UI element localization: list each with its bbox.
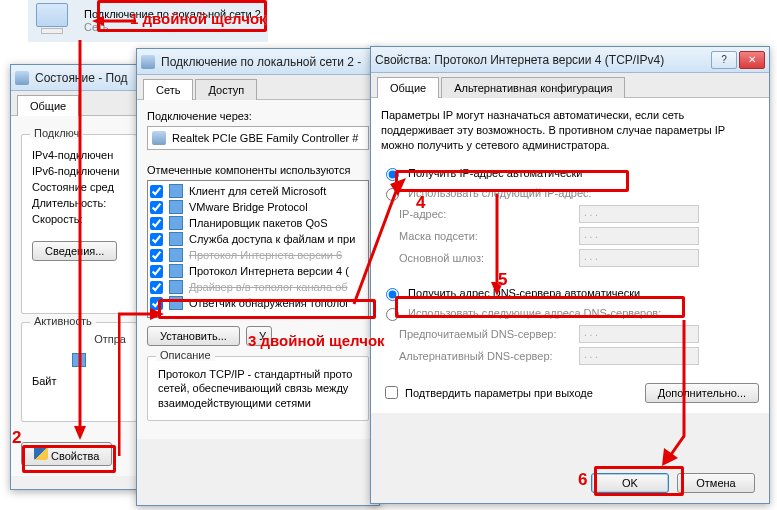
list-item[interactable]: VMware Bridge Protocol — [150, 199, 366, 215]
radio-ip-manual[interactable] — [386, 188, 399, 201]
radio-dns-manual-row[interactable]: Использовать следующие адреса DNS-сервер… — [381, 305, 759, 321]
advanced-button[interactable]: Дополнительно... — [645, 383, 759, 403]
status-window-title: Состояние - Под — [35, 71, 128, 85]
properties-button[interactable]: Свойства — [21, 442, 112, 466]
label-gateway: Основной шлюз: — [399, 252, 569, 264]
checkbox[interactable] — [150, 233, 163, 246]
list-item-label: VMware Bridge Protocol — [189, 201, 308, 213]
ok-button[interactable]: OK — [591, 473, 669, 493]
install-button[interactable]: Установить... — [147, 326, 240, 346]
list-item-label: Ответчик обнаружения тополог — [189, 297, 349, 309]
tab-alt-config[interactable]: Альтернативная конфигурация — [441, 77, 625, 98]
connection-properties-titlebar[interactable]: Подключение по локальной сети 2 - — [137, 49, 379, 75]
group-connection: Подключ — [30, 127, 83, 139]
list-item-label: Служба доступа к файлам и при — [189, 233, 355, 245]
radio-dns-manual[interactable] — [386, 308, 399, 321]
radio-ip-auto-label: Получить IP-адрес автоматически — [408, 167, 582, 179]
checkbox-validate-label: Подтвердить параметры при выходе — [405, 387, 593, 399]
list-item[interactable]: Планировщик пакетов QoS — [150, 215, 366, 231]
checkbox[interactable] — [150, 297, 163, 310]
connection-properties-window: Подключение по локальной сети 2 - Сеть Д… — [136, 48, 380, 506]
label-dns-preferred: Предпочитаемый DNS-сервер: — [399, 328, 569, 340]
status-window-titlebar[interactable]: Состояние - Под — [11, 65, 147, 91]
list-item[interactable]: Клиент для сетей Microsoft — [150, 183, 366, 199]
network-connection-icon[interactable]: Подключение по локальной сети 2 Сеть — [28, 0, 268, 42]
help-button[interactable]: ? — [711, 51, 737, 69]
uninstall-button[interactable]: У — [246, 326, 272, 346]
radio-dns-auto-row[interactable]: Получить адрес DNS-сервера автоматически — [381, 285, 759, 301]
checkbox[interactable] — [150, 265, 163, 278]
adapter-name: Realtek PCIe GBE Family Controller # — [172, 132, 358, 144]
radio-ip-manual-row[interactable]: Использовать следующий IP-адрес: — [381, 185, 759, 201]
checkbox[interactable] — [150, 185, 163, 198]
adapter-field: Realtek PCIe GBE Family Controller # — [147, 126, 369, 150]
field-dns-preferred: . . . — [579, 325, 699, 343]
radio-ip-manual-label: Использовать следующий IP-адрес: — [408, 187, 592, 199]
field-ip-address: . . . — [579, 205, 699, 223]
properties-button-label: Свойства — [51, 450, 99, 462]
list-item[interactable]: Служба доступа к файлам и при — [150, 231, 366, 247]
group-description: Описание — [156, 349, 215, 361]
label-subnet-mask: Маска подсети: — [399, 230, 569, 242]
list-item-label: Протокол Интернета версии 6 — [189, 249, 342, 261]
field-subnet-mask: . . . — [579, 227, 699, 245]
status-window: Состояние - Под Общие Подключ IPv4-подкл… — [10, 64, 148, 490]
radio-ip-auto[interactable] — [386, 168, 399, 181]
radio-dns-auto[interactable] — [386, 288, 399, 301]
radio-dns-manual-label: Использовать следующие адреса DNS-сервер… — [408, 307, 661, 319]
label-bytes: Байт — [32, 375, 126, 387]
checkbox-validate[interactable] — [385, 386, 398, 399]
label-speed: Скорость: — [32, 213, 126, 225]
list-item[interactable]: Драйвер в/в тополог канала об — [150, 279, 366, 295]
label-ip-address: IP-адрес: — [399, 208, 569, 220]
list-item-label: Планировщик пакетов QoS — [189, 217, 328, 229]
tab-general[interactable]: Общие — [377, 77, 439, 98]
group-activity: Активность — [30, 315, 96, 327]
field-dns-alternate: . . . — [579, 347, 699, 365]
component-icon — [169, 296, 183, 310]
tab-network[interactable]: Сеть — [143, 79, 193, 100]
list-item[interactable]: Протокол Интернета версии 6 — [150, 247, 366, 263]
component-icon — [169, 280, 183, 294]
component-icon — [169, 200, 183, 214]
tab-general[interactable]: Общие — [17, 95, 79, 116]
lan-icon — [15, 71, 29, 85]
label-components: Отмеченные компоненты используются — [147, 164, 369, 176]
checkbox[interactable] — [150, 249, 163, 262]
label-media-state: Состояние сред — [32, 181, 126, 193]
shield-icon — [34, 446, 48, 460]
adapter-icon — [152, 131, 166, 145]
component-icon — [169, 184, 183, 198]
components-list[interactable]: Клиент для сетей Microsoft VMware Bridge… — [147, 180, 369, 318]
label-ipv6: IPv6-подключени — [32, 165, 126, 177]
component-icon — [169, 216, 183, 230]
close-button[interactable]: ✕ — [739, 51, 765, 69]
lan-icon — [141, 55, 155, 69]
tcpip-properties-title: Свойства: Протокол Интернета версии 4 (T… — [375, 53, 664, 67]
component-icon — [169, 264, 183, 278]
list-item-label: Протокол Интернета версии 4 ( — [189, 265, 349, 277]
label-dns-alternate: Альтернативный DNS-сервер: — [399, 350, 569, 362]
radio-dns-auto-label: Получить адрес DNS-сервера автоматически — [408, 287, 640, 299]
checkbox[interactable] — [150, 281, 163, 294]
checkbox[interactable] — [150, 217, 163, 230]
connection-properties-title: Подключение по локальной сети 2 - — [161, 55, 361, 69]
tcpip-properties-titlebar[interactable]: Свойства: Протокол Интернета версии 4 (T… — [371, 47, 769, 73]
network-connection-title: Подключение по локальной сети 2 — [84, 8, 261, 21]
list-item[interactable]: Ответчик обнаружения тополог — [150, 295, 366, 311]
list-item-label: Драйвер в/в тополог канала об — [189, 281, 348, 293]
list-item-tcpip4[interactable]: Протокол Интернета версии 4 ( — [150, 263, 366, 279]
tab-access[interactable]: Доступ — [195, 79, 257, 100]
lan-icon — [32, 3, 76, 39]
checkbox[interactable] — [150, 201, 163, 214]
network-connection-label: Подключение по локальной сети 2 Сеть — [84, 8, 261, 34]
cancel-button[interactable]: Отмена — [677, 473, 755, 493]
label-ipv4: IPv4-подключен — [32, 149, 126, 161]
label-duration: Длительность: — [32, 197, 126, 209]
list-item-label: Клиент для сетей Microsoft — [189, 185, 326, 197]
component-icon — [169, 232, 183, 246]
activity-icon — [72, 353, 86, 367]
radio-ip-auto-row[interactable]: Получить IP-адрес автоматически — [381, 165, 759, 181]
tcpip-properties-window: Свойства: Протокол Интернета версии 4 (T… — [370, 46, 770, 504]
details-button[interactable]: Сведения... — [32, 241, 117, 261]
